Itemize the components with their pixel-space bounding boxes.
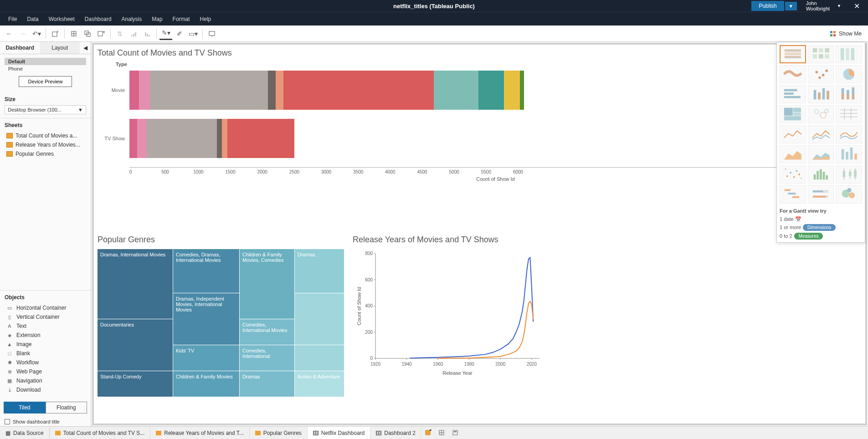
menu-data[interactable]: Data — [22, 14, 43, 24]
showme-chart-type[interactable] — [836, 85, 862, 103]
menu-dashboard[interactable]: Dashboard — [80, 14, 116, 24]
sheet-tab[interactable]: Popular Genres — [250, 427, 308, 439]
menu-help[interactable]: Help — [195, 14, 216, 24]
showme-chart-type[interactable] — [836, 105, 862, 123]
user-dropdown-icon[interactable]: ▼ — [837, 4, 846, 8]
forward-icon[interactable]: → — [16, 27, 29, 40]
svg-rect-66 — [784, 96, 801, 98]
showme-chart-type[interactable] — [836, 185, 862, 204]
showme-chart-type[interactable] — [808, 65, 834, 83]
showme-chart-type[interactable] — [836, 165, 862, 184]
menu-file[interactable]: File — [4, 14, 21, 24]
worksheet-icon — [255, 431, 261, 435]
new-worksheet-icon[interactable] — [67, 27, 80, 40]
showme-chart-type[interactable] — [836, 145, 862, 163]
sort-asc-icon[interactable] — [127, 27, 140, 40]
size-dropdown[interactable]: Desktop Browser (100...▼ — [5, 105, 86, 114]
sheet-tab[interactable]: Dashboard 2 — [370, 427, 421, 439]
showme-chart-type[interactable] — [780, 85, 806, 103]
object-blank[interactable]: □Blank — [5, 349, 86, 358]
collapse-sidebar-icon[interactable]: ◀ — [80, 42, 91, 54]
svg-point-94 — [790, 172, 791, 174]
showme-label: Show Me — [839, 31, 862, 37]
publish-button[interactable]: Publish — [751, 1, 784, 11]
group-icon[interactable]: ▭▾ — [187, 27, 200, 40]
publish-dropdown[interactable]: ▼ — [785, 2, 797, 10]
object-webpage[interactable]: ⊕Web Page — [5, 367, 86, 376]
object-workflow[interactable]: ✱Workflow — [5, 358, 86, 367]
showme-chart-type[interactable] — [808, 105, 834, 123]
new-story-tab-icon[interactable] — [449, 429, 462, 437]
menu-format[interactable]: Format — [168, 14, 195, 24]
chart-release-years[interactable]: Release Years of Movies and TV Shows 020… — [353, 235, 553, 408]
showme-chart-type[interactable] — [808, 145, 834, 163]
showme-chart-type[interactable] — [780, 45, 806, 63]
showme-chart-type[interactable] — [808, 165, 834, 184]
svg-rect-48 — [785, 52, 801, 55]
svg-rect-117 — [812, 196, 826, 198]
chart-popular-genres[interactable]: Popular Genres Dramas, International Mov… — [98, 235, 344, 408]
duplicate-icon[interactable] — [81, 27, 94, 40]
showme-chart-type[interactable] — [780, 125, 806, 143]
showme-chart-type[interactable] — [780, 105, 806, 123]
object-extension[interactable]: ◈Extension — [5, 331, 86, 340]
clear-icon[interactable]: ▾ — [95, 27, 108, 40]
showme-chart-type[interactable] — [836, 45, 862, 63]
show-dashboard-title-checkbox[interactable]: Show dashboard title — [0, 417, 91, 426]
floating-button[interactable]: Floating — [46, 402, 87, 413]
svg-text:600: 600 — [365, 277, 373, 282]
sheet-tab[interactable]: Total Count of Movies and TV S... — [50, 427, 151, 439]
object-download[interactable]: ⤓Download — [5, 385, 86, 394]
menu-map[interactable]: Map — [147, 14, 167, 24]
sidebar-tab-layout[interactable]: Layout — [40, 42, 80, 54]
user-menu[interactable]: John Woolbright — [797, 0, 837, 11]
object-navigation[interactable]: ▦Navigation — [5, 376, 86, 385]
data-source-tab[interactable]: ▦ Data Source — [0, 427, 50, 439]
highlight-icon[interactable]: ✎▾ — [159, 27, 172, 40]
new-data-icon[interactable]: + — [49, 27, 62, 40]
annotate-icon[interactable]: ✐ — [173, 27, 186, 40]
showme-chart-type[interactable] — [836, 125, 862, 143]
sidebar-tab-dashboard[interactable]: Dashboard — [0, 42, 40, 54]
undo-icon[interactable]: ↶▾ — [30, 27, 43, 40]
device-phone[interactable]: Phone — [5, 65, 86, 72]
sheet-tab[interactable]: Release Years of Movies and T... — [150, 427, 250, 439]
new-worksheet-tab-icon[interactable]: + — [421, 429, 435, 437]
download-icon: ⤓ — [6, 387, 13, 393]
navigation-icon: ▦ — [6, 378, 13, 384]
presentation-icon[interactable] — [205, 27, 218, 40]
dashboard-canvas[interactable]: Total Count of Movies and TV Shows Type … — [92, 43, 867, 425]
device-default[interactable]: Default — [5, 58, 86, 65]
object-image[interactable]: ▲Image — [5, 340, 86, 349]
show-me-button[interactable]: Show Me — [826, 29, 865, 39]
object-vertical[interactable]: ▯Vertical Container — [5, 312, 86, 322]
showme-chart-type[interactable] — [836, 65, 862, 83]
menu-analysis[interactable]: Analysis — [117, 14, 147, 24]
showme-chart-type[interactable] — [808, 185, 834, 204]
showme-chart-type[interactable] — [808, 45, 834, 63]
showme-chart-type[interactable] — [808, 85, 834, 103]
sheet-tab-active[interactable]: Netflix Dashboard — [308, 427, 370, 439]
svg-rect-89 — [842, 149, 844, 160]
new-dashboard-tab-icon[interactable] — [435, 429, 449, 437]
showme-chart-type[interactable] — [780, 185, 806, 204]
sort-desc-icon[interactable] — [141, 27, 154, 40]
close-button[interactable]: ✕ — [846, 2, 868, 10]
sheet-item[interactable]: Popular Genres — [5, 149, 86, 158]
image-icon: ▲ — [6, 342, 13, 347]
showme-chart-type[interactable] — [780, 65, 806, 83]
svg-rect-17 — [830, 31, 832, 33]
sheet-item[interactable]: Total Count of Movies a... — [5, 131, 86, 140]
object-horizontal[interactable]: ▭Horizontal Container — [5, 303, 86, 312]
chart-total-count[interactable]: Total Count of Movies and TV Shows Type … — [98, 48, 862, 230]
menu-worksheet[interactable]: Worksheet — [44, 14, 79, 24]
showme-chart-type[interactable] — [780, 145, 806, 163]
sheet-item[interactable]: Release Years of Movies... — [5, 140, 86, 149]
swap-icon[interactable]: ⇅ — [113, 27, 126, 40]
showme-chart-type[interactable]: ++ — [780, 165, 806, 184]
showme-chart-type[interactable] — [808, 125, 834, 143]
tiled-button[interactable]: Tiled — [4, 402, 46, 413]
back-icon[interactable]: ← — [3, 27, 15, 40]
device-preview-button[interactable]: Device Preview — [19, 76, 72, 87]
object-text[interactable]: AText — [5, 322, 86, 331]
